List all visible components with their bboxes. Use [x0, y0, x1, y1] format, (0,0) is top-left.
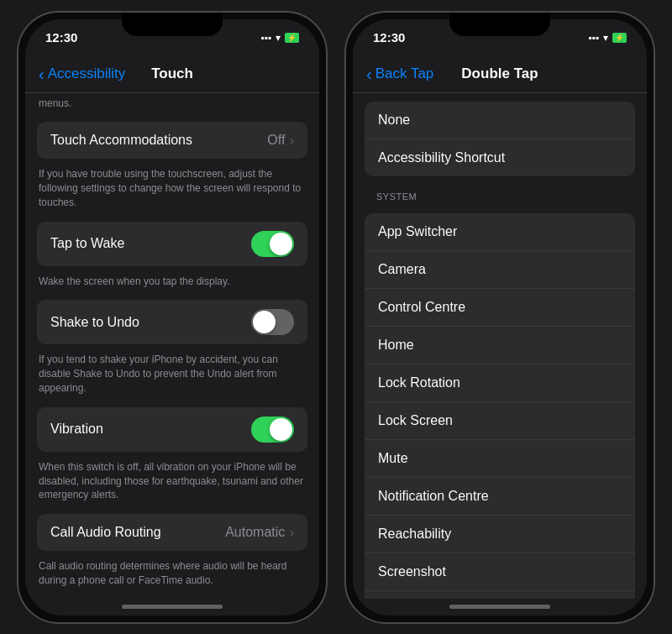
back-chevron-left: ‹ [39, 65, 45, 84]
shake-to-undo-row[interactable]: Shake to Undo [37, 300, 307, 344]
touch-accommodations-desc: If you have trouble using the touchscree… [25, 164, 319, 216]
call-audio-desc: Call audio routing determines where audi… [25, 556, 319, 595]
top-options-group: None Accessibility Shortcut [365, 102, 635, 176]
lock-screen-label: Lock Screen [378, 413, 453, 428]
vibration-knob [270, 418, 292, 441]
vibration-row[interactable]: Vibration [37, 407, 307, 452]
signal-icon-right: ▪▪▪ [588, 32, 599, 44]
camera-row[interactable]: Camera [365, 251, 635, 289]
none-row[interactable]: None [365, 102, 635, 139]
control-centre-row[interactable]: Control Centre [365, 289, 635, 327]
lock-screen-row[interactable]: Lock Screen [365, 402, 635, 440]
notch-right [449, 13, 550, 36]
call-audio-chevron: › [290, 526, 294, 539]
signal-icon: ▪▪▪ [260, 32, 271, 44]
tap-to-wake-row[interactable]: Tap to Wake [37, 222, 307, 266]
none-label: None [378, 113, 410, 128]
home-label: Home [378, 338, 414, 353]
call-audio-row[interactable]: Call Audio Routing Automatic › [37, 514, 307, 551]
touch-accommodations-value: Off [267, 133, 285, 148]
call-audio-value: Automatic [225, 525, 285, 540]
battery-icon-right: ⚡ [612, 33, 627, 43]
wifi-icon-right: ▾ [603, 32, 608, 44]
call-audio-right: Automatic › [225, 525, 294, 540]
status-icons-left: ▪▪▪ ▾ ⚡ [260, 32, 299, 44]
tap-to-wake-group: Tap to Wake [37, 222, 307, 266]
call-audio-label: Call Audio Routing [50, 525, 161, 540]
status-time-left: 12:30 [45, 30, 77, 45]
back-label-right[interactable]: Back Tap [375, 65, 434, 82]
lock-rotation-row[interactable]: Lock Rotation [365, 364, 635, 402]
home-bar-right [449, 605, 550, 609]
phone-right: 12:30 ▪▪▪ ▾ ⚡ ‹ Back Tap Double Tap None [344, 11, 655, 624]
home-indicator-right [353, 599, 647, 616]
touch-accommodations-label: Touch Accommodations [50, 133, 192, 148]
shake-to-undo-toggle[interactable] [251, 309, 294, 335]
touch-accommodations-chevron: › [290, 134, 294, 147]
home-bar-left [122, 605, 223, 609]
notification-centre-label: Notification Centre [378, 489, 489, 504]
app-switcher-label: App Switcher [378, 224, 457, 239]
touch-accommodations-row[interactable]: Touch Accommodations Off › [37, 122, 307, 159]
screenshot-row[interactable]: Screenshot [365, 553, 635, 591]
phone-left-inner: 12:30 ▪▪▪ ▾ ⚡ ‹ Accessibility Touch menu… [25, 19, 319, 616]
nav-title-left: Touch [151, 65, 193, 82]
back-chevron-right: ‹ [366, 65, 372, 84]
mute-row[interactable]: Mute [365, 440, 635, 478]
camera-label: Camera [378, 262, 426, 277]
back-button-left[interactable]: ‹ Accessibility [39, 65, 125, 84]
back-button-right[interactable]: ‹ Back Tap [366, 65, 433, 84]
lock-rotation-label: Lock Rotation [378, 375, 460, 390]
vibration-group: Vibration [37, 407, 307, 452]
app-switcher-row[interactable]: App Switcher [365, 213, 635, 251]
control-centre-label: Control Centre [378, 300, 465, 315]
call-audio-group: Call Audio Routing Automatic › [37, 514, 307, 551]
status-time-right: 12:30 [373, 30, 405, 45]
notification-centre-row[interactable]: Notification Centre [365, 478, 635, 516]
phone-right-inner: 12:30 ▪▪▪ ▾ ⚡ ‹ Back Tap Double Tap None [353, 19, 647, 616]
home-indicator-left [25, 599, 319, 616]
touch-accommodations-group: Touch Accommodations Off › [37, 122, 307, 159]
shake-to-undo-desc: If you tend to shake your iPhone by acci… [25, 349, 319, 401]
shake-to-undo-group: Shake to Undo [37, 300, 307, 344]
screenshot-label: Screenshot [378, 564, 446, 579]
status-icons-right: ▪▪▪ ▾ ⚡ [588, 32, 627, 44]
vibration-label: Vibration [50, 422, 103, 437]
reachability-row[interactable]: Reachability [365, 516, 635, 553]
mute-label: Mute [378, 451, 408, 466]
back-label-left[interactable]: Accessibility [48, 65, 126, 82]
shake-to-undo-knob [253, 311, 276, 333]
accessibility-shortcut-label: Accessibility Shortcut [378, 150, 505, 165]
nav-bar-left: ‹ Accessibility Touch [25, 56, 319, 93]
tap-to-wake-knob [270, 233, 292, 255]
phone2-content: None Accessibility Shortcut SYSTEM App S… [353, 93, 647, 599]
accessibility-shortcut-row[interactable]: Accessibility Shortcut [365, 139, 635, 176]
nav-title-right: Double Tap [461, 65, 538, 82]
shake-row[interactable]: Shake [365, 591, 635, 599]
vibration-desc: When this switch is off, all vibration o… [25, 457, 319, 509]
system-header: SYSTEM [353, 181, 647, 205]
home-row[interactable]: Home [365, 327, 635, 364]
shake-to-undo-label: Shake to Undo [50, 315, 139, 330]
phone-left: 12:30 ▪▪▪ ▾ ⚡ ‹ Accessibility Touch menu… [17, 11, 328, 624]
system-options-group: App Switcher Camera Control Centre Home … [365, 213, 635, 599]
notch-left [122, 13, 223, 36]
phone1-content: menus. Touch Accommodations Off › If you… [25, 93, 319, 599]
tap-to-wake-desc: Wake the screen when you tap the display… [25, 271, 319, 296]
tap-to-wake-toggle[interactable] [251, 231, 294, 257]
battery-icon-left: ⚡ [285, 33, 299, 43]
tap-to-wake-label: Tap to Wake [50, 236, 124, 251]
vibration-toggle[interactable] [251, 417, 294, 443]
wifi-icon: ▾ [276, 32, 281, 44]
reachability-label: Reachability [378, 527, 451, 542]
touch-accommodations-right: Off › [267, 133, 294, 148]
menu-text: menus. [25, 93, 319, 118]
nav-bar-right: ‹ Back Tap Double Tap [353, 56, 647, 93]
